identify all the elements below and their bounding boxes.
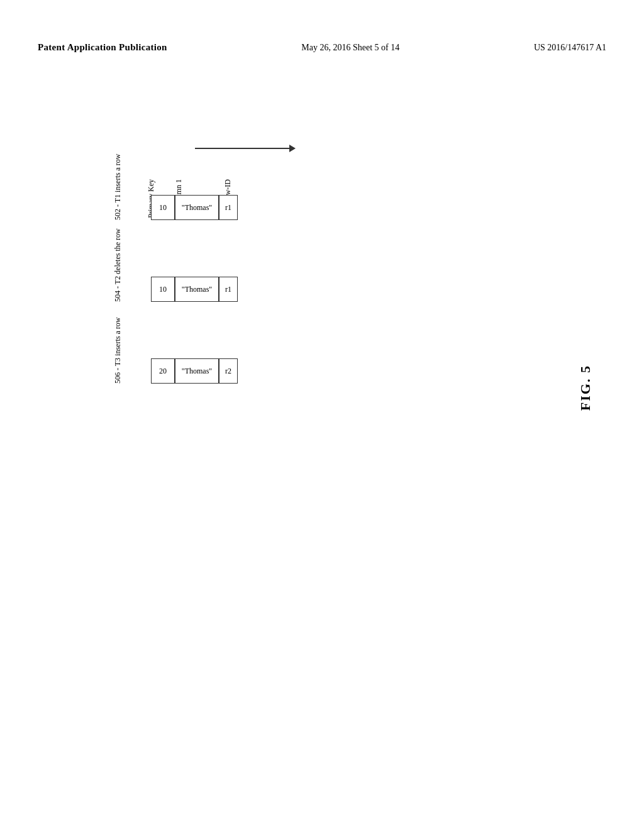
arrow-head [289,145,296,152]
time-axis-arrow [195,145,296,152]
tx3-rowid: r2 [219,358,238,384]
tx2-pk: 10 [151,277,175,302]
tx3-pk: 20 [151,358,175,384]
tx2-col1: "Thomas" [175,277,219,302]
page-header: Patent Application Publication May 26, 2… [0,42,644,53]
publication-number: US 2016/147617 A1 [534,43,606,53]
tx2-rowid: r1 [219,277,238,302]
tx1-table: 10 "Thomas" r1 [151,195,238,220]
publication-title: Patent Application Publication [38,42,167,53]
tx3-table: 20 "Thomas" r2 [151,358,238,384]
tx1-col1: "Thomas" [175,195,219,220]
publication-date-sheet: May 26, 2016 Sheet 5 of 14 [301,43,399,53]
tx3-col1: "Thomas" [175,358,219,384]
tx2-table: 10 "Thomas" r1 [151,277,238,302]
figure-diagram: Primary Key Column 1 Row-ID 502 - T1 ins… [82,145,447,585]
tx1-rowid: r1 [219,195,238,220]
figure-label: FIG. 5 [577,365,594,411]
tx2-label: 504 - T2 deletes the row [113,277,123,302]
tx1-pk: 10 [151,195,175,220]
tx1-label: 502 - T1 inserts a row [113,195,123,220]
arrow-line [195,148,289,149]
tx3-label: 506 - T3 inserts a row [113,358,123,384]
